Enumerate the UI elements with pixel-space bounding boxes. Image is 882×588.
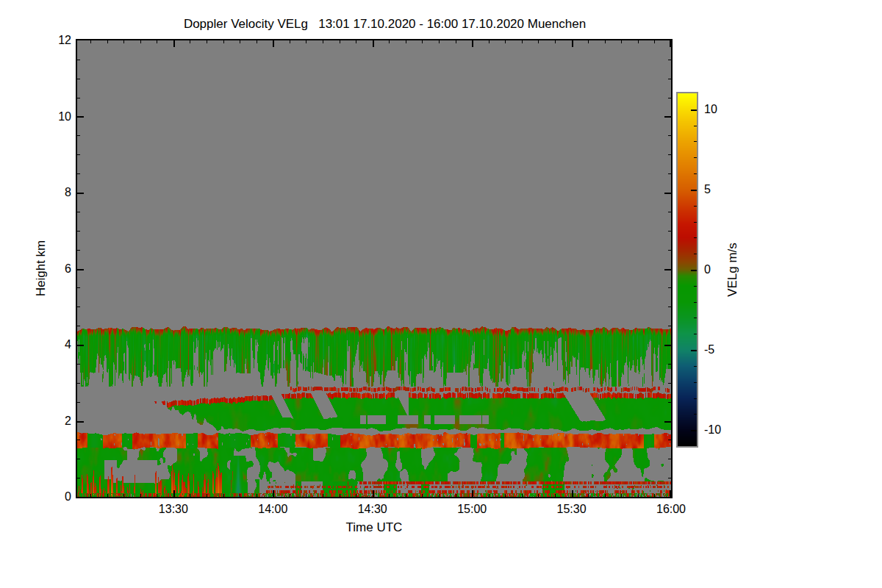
y-tick-label: 0: [29, 490, 71, 503]
colorbar-tick-label: 5: [704, 183, 711, 196]
colorbar-title: VELg m/s: [725, 196, 741, 343]
chart-title: Doppler Velocity VELg 13:01 17.10.2020 -…: [0, 17, 770, 32]
x-tick-label: 15:30: [557, 503, 587, 516]
doppler-velocity-figure: Doppler Velocity VELg 13:01 17.10.2020 -…: [0, 0, 882, 588]
colorbar-tick-label: -5: [704, 343, 714, 356]
x-tick-label: 16:00: [656, 503, 686, 516]
y-tick-label: 6: [29, 262, 71, 276]
plot-area: [76, 39, 673, 498]
colorbar-tick-label: 0: [704, 263, 711, 276]
colorbar: [676, 92, 698, 448]
y-tick-label: 8: [29, 186, 71, 199]
heatmap-canvas: [77, 40, 671, 497]
y-tick-label: 10: [29, 110, 71, 123]
colorbar-gradient-canvas: [678, 93, 697, 446]
y-tick-label: 2: [29, 415, 71, 428]
x-tick-label: 15:00: [457, 503, 487, 516]
x-tick-label: 13:30: [159, 503, 188, 516]
x-tick-label: 14:30: [358, 503, 387, 516]
x-axis-title: Time UTC: [77, 520, 671, 535]
y-tick-label: 12: [29, 34, 71, 47]
colorbar-tick-label: 10: [704, 103, 717, 116]
colorbar-tick-label: -10: [704, 423, 721, 437]
x-tick-label: 14:00: [258, 503, 287, 516]
y-tick-label: 4: [29, 338, 71, 351]
